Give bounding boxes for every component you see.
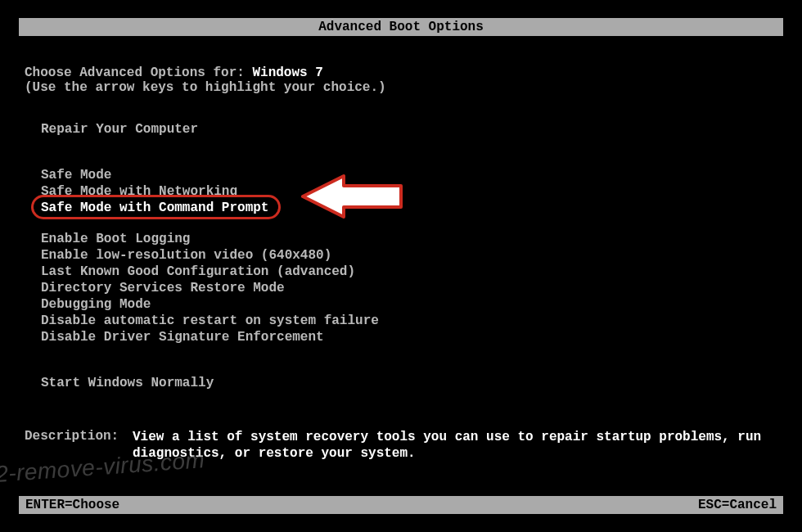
title-text: Advanced Boot Options <box>318 20 484 34</box>
intro-prefix: Choose Advanced Options for: <box>25 65 252 80</box>
intro-block: Choose Advanced Options for: Windows 7 (… <box>25 65 386 95</box>
menu-item-safemode-cmd[interactable]: Safe Mode with Command Prompt <box>41 200 268 216</box>
menu-item-safemode-net[interactable]: Safe Mode with Networking <box>41 183 379 200</box>
intro-line1: Choose Advanced Options for: Windows 7 <box>25 65 386 80</box>
title-bar: Advanced Boot Options <box>19 18 783 36</box>
menu-item-normal[interactable]: Start Windows Normally <box>41 375 379 391</box>
footer-esc: ESC=Cancel <box>698 498 777 512</box>
menu-item-highlighted-wrap: Safe Mode with Command Prompt <box>41 200 268 216</box>
menu-item-debug[interactable]: Debugging Mode <box>41 296 379 313</box>
menu-item-dsrm[interactable]: Directory Services Restore Mode <box>41 280 379 296</box>
footer-bar: ENTER=Choose ESC=Cancel <box>19 496 783 514</box>
description-block: Description: View a list of system recov… <box>25 429 771 462</box>
menu-item-bootlog[interactable]: Enable Boot Logging <box>41 231 379 247</box>
menu-item-lkgc[interactable]: Last Known Good Configuration (advanced) <box>41 264 379 280</box>
footer-enter: ENTER=Choose <box>25 498 119 512</box>
menu-item-lowres[interactable]: Enable low-resolution video (640x480) <box>41 247 379 264</box>
menu-item-safemode[interactable]: Safe Mode <box>41 167 379 183</box>
boot-menu: Repair Your Computer Safe Mode Safe Mode… <box>41 121 379 391</box>
intro-os: Windows 7 <box>252 65 322 80</box>
description-label: Description: <box>25 429 133 462</box>
menu-item-repair[interactable]: Repair Your Computer <box>41 121 379 138</box>
menu-item-norestart[interactable]: Disable automatic restart on system fail… <box>41 313 379 329</box>
menu-item-nodriversig[interactable]: Disable Driver Signature Enforcement <box>41 329 379 345</box>
intro-hint: (Use the arrow keys to highlight your ch… <box>25 80 386 95</box>
description-text: View a list of system recovery tools you… <box>133 429 771 462</box>
